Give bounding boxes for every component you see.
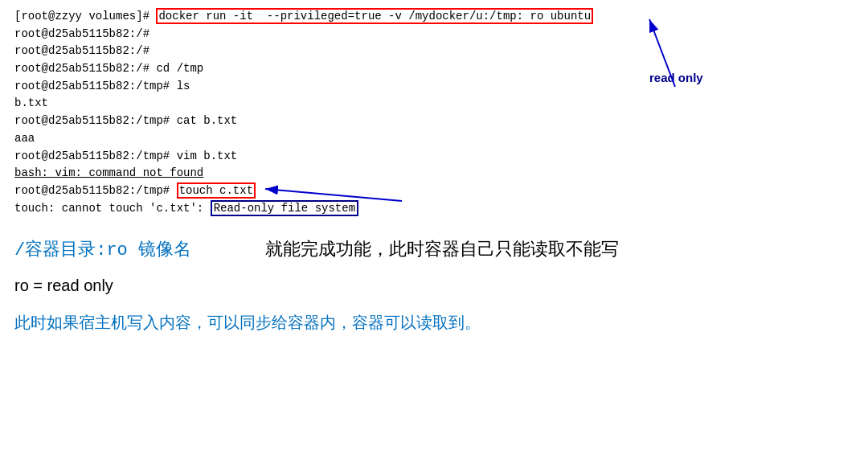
terminal-line-10: bash: vim: command not found — [14, 165, 854, 182]
terminal-line-1: [root@zzyy volumes]# docker run -it --pr… — [14, 8, 854, 26]
sync-explanation: 此时如果宿主机写入内容，可以同步给容器内，容器可以读取到。 — [14, 314, 481, 331]
terminal-line-3: root@d25ab5115b82:/# — [14, 43, 854, 60]
prompt-11: root@d25ab5115b82:/tmp# — [14, 184, 177, 197]
terminal-line-9: root@d25ab5115b82:/tmp# vim b.txt — [14, 148, 854, 166]
ro-equals-text: ro = read only — [14, 277, 113, 294]
explanation-line1: /容器目录:ro 镜像名 就能完成功能，此时容器自己只能读取不能写 — [14, 235, 854, 264]
explanation-line3: 此时如果宿主机写入内容，可以同步给容器内，容器可以读取到。 — [14, 309, 854, 335]
terminal-line-4: root@d25ab5115b82:/# cd /tmp — [14, 60, 854, 78]
explanation-line1-right: 就能完成功能，此时容器自己只能读取不能写 — [265, 239, 619, 259]
terminal-line-7: root@d25ab5115b82:/tmp# cat b.txt — [14, 113, 854, 130]
terminal-line-6: b.txt — [14, 95, 854, 113]
touch-error-prefix: touch: cannot touch 'c.txt': — [14, 202, 211, 215]
terminal-line-12: touch: cannot touch 'c.txt': Read-only f… — [14, 200, 854, 218]
explanation-line2: ro = read only — [14, 273, 854, 298]
terminal-line-11: root@d25ab5115b82:/tmp# touch c.txt — [14, 182, 854, 200]
terminal-line-8: aaa — [14, 130, 854, 148]
explanation-section: /容器目录:ro 镜像名 就能完成功能，此时容器自己只能读取不能写 ro = r… — [0, 220, 868, 335]
terminal-output: [root@zzyy volumes]# docker run -it --pr… — [0, 0, 868, 217]
ro-label: /容器目录:ro 镜像名 — [14, 240, 191, 260]
terminal-line-5: root@d25ab5115b82:/tmp# ls — [14, 78, 854, 96]
prompt-1: [root@zzyy volumes]# — [14, 10, 156, 23]
readonly-error-message: Read-only file system — [211, 200, 358, 216]
terminal-line-2: root@d25ab5115b82:/# — [14, 26, 854, 43]
docker-run-command: docker run -it --privileged=true -v /myd… — [156, 8, 593, 24]
touch-command: touch c.txt — [177, 182, 256, 199]
